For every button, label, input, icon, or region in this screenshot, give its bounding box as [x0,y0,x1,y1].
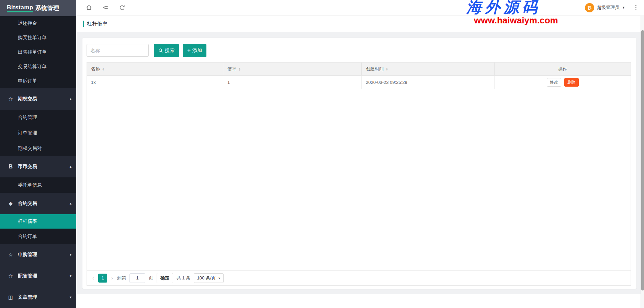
gem-icon: ◆ [7,200,14,207]
sidebar-item-label: 购买挂单订单 [18,35,47,41]
plus-icon: + [187,48,191,54]
sidebar-item-label: 币币交易 [18,164,37,170]
sidebar-item-7[interactable]: 订单管理 [0,125,76,141]
table-body: 1x12020-03-23 09:25:29修改删除 [87,76,631,89]
chevron-down-icon: ∨ [218,276,221,280]
sidebar-item-0[interactable]: 退还押金 [0,16,76,31]
sidebar: Bitstamp 系统管理 退还押金购买挂单订单出售挂单订单交易结算订单申诉订单… [0,0,76,308]
column-header-0[interactable]: 名称▲▼ [87,63,223,75]
page-size-select[interactable]: 100 条/页 ∨ [194,273,224,283]
scrollbar-thumb[interactable] [641,30,644,290]
book-icon: ◫ [7,294,14,300]
table-cell: 2020-03-23 09:25:29 [362,76,495,89]
column-header-label: 创建时间 [366,66,384,72]
add-button[interactable]: + 添加 [183,44,206,57]
chevron-down-icon: ▼ [69,274,72,278]
table-header: 名称▲▼倍率▲▼创建时间▲▼操作 [87,63,631,76]
sort-icon: ▲▼ [386,67,388,71]
edit-button[interactable]: 修改 [547,78,561,87]
title-accent-bar [83,21,84,27]
sidebar-item-section-16[interactable]: ◫文章管理▼ [0,287,76,308]
sidebar-item-label: 退还押金 [18,20,37,26]
goto-prefix-label: 到第 [117,275,126,281]
sidebar-item-1[interactable]: 购买挂单订单 [0,31,76,45]
sidebar-item-10[interactable]: 委托单信息 [0,177,76,193]
content-area: 搜索 + 添加 名称▲▼倍率▲▼创建时间▲▼操作 1x12020-03-23 0… [76,32,641,294]
brand-suffix: 系统管理 [35,4,59,12]
user-menu[interactable]: B 超级管理员 ▼ [585,3,625,12]
sidebar-item-label: 合约交易 [18,200,37,207]
app-title: Bitstamp 系统管理 [0,0,76,16]
sidebar-item-section-11[interactable]: ◆合约交易▲ [0,193,76,214]
sidebar-item-label: 配售管理 [18,273,37,279]
chevron-down-icon: ▼ [69,296,72,299]
column-header-label: 名称 [91,66,100,72]
sidebar-item-label: 订单管理 [18,130,37,136]
sidebar-item-label: 申诉订单 [18,78,37,84]
sidebar-item-label: 杠杆倍率 [18,218,37,224]
table-row: 1x12020-03-23 09:25:29修改删除 [87,76,631,89]
sidebar-item-section-9[interactable]: B币币交易▲ [0,156,76,177]
column-header-label: 倍率 [227,66,236,72]
sidebar-item-section-5[interactable]: ☆期权交易▲ [0,88,76,110]
letter-b-icon: B [7,164,14,170]
sidebar-item-6[interactable]: 合约管理 [0,110,76,125]
column-header-1[interactable]: 倍率▲▼ [223,63,362,75]
prev-page-icon[interactable]: ‹ [92,275,95,281]
sidebar-item-8[interactable]: 期权交易对 [0,141,76,156]
chevron-up-icon: ▲ [69,202,72,205]
sidebar-item-label: 出售挂单订单 [18,49,47,55]
column-header-2[interactable]: 创建时间▲▼ [362,63,495,75]
table-cell: 1 [223,76,362,89]
bitcoin-avatar-icon: B [585,3,594,12]
chevron-up-icon: ▲ [69,165,72,168]
star-icon: ☆ [7,96,14,102]
sidebar-item-12[interactable]: 杠杆倍率 [0,214,76,229]
next-page-icon[interactable]: › [111,275,114,281]
sidebar-item-section-15[interactable]: ☆配售管理▼ [0,265,76,287]
sidebar-item-label: 期权交易 [18,96,37,102]
sidebar-item-label: 合约管理 [18,114,37,121]
content-card: 搜索 + 添加 名称▲▼倍率▲▼创建时间▲▼操作 1x12020-03-23 0… [82,38,636,289]
collapse-sidebar-icon[interactable] [102,4,109,11]
data-table: 名称▲▼倍率▲▼创建时间▲▼操作 1x12020-03-23 09:25:29修… [87,62,631,286]
column-header-label: 操作 [558,66,567,72]
total-count-label: 共 1 条 [177,275,190,281]
sidebar-item-13[interactable]: 合约订单 [0,229,76,244]
search-button[interactable]: 搜索 [154,44,179,57]
sidebar-item-2[interactable]: 出售挂单订单 [0,45,76,59]
home-icon[interactable] [85,4,93,11]
sidebar-item-3[interactable]: 交易结算订单 [0,59,76,74]
pagination: ‹ 1 › 到第 页 确定 共 1 条 100 条/页 ∨ [87,270,631,285]
delete-button[interactable]: 删除 [564,78,579,87]
column-header-3: 操作 [495,63,631,75]
star-icon: ☆ [7,252,14,258]
sidebar-item-label: 合约订单 [18,233,37,240]
page-title-row: 杠杆倍率 [76,15,644,32]
user-name: 超级管理员 [597,4,619,11]
topbar: B 超级管理员 ▼ [76,0,644,15]
search-input[interactable] [87,44,149,57]
sidebar-item-label: 交易结算订单 [18,64,47,70]
brand-logo: Bitstamp [7,4,33,12]
page-title: 杠杆倍率 [87,21,108,27]
search-icon [158,48,163,53]
table-actions-cell: 修改删除 [495,76,631,89]
sidebar-item-label: 委托单信息 [18,182,42,188]
confirm-button[interactable]: 确定 [157,273,173,283]
sidebar-nav: 退还押金购买挂单订单出售挂单订单交易结算订单申诉订单☆期权交易▲合约管理订单管理… [0,16,76,308]
more-options-icon[interactable] [634,4,638,12]
page-number-button[interactable]: 1 [98,274,107,283]
goto-page-input[interactable] [129,273,145,283]
sidebar-item-4[interactable]: 申诉订单 [0,74,76,88]
goto-suffix-label: 页 [149,275,153,281]
sidebar-item-section-14[interactable]: ☆申购管理▼ [0,244,76,265]
table-cell: 1x [87,76,223,89]
page-scrollbar [641,16,644,308]
refresh-icon[interactable] [118,4,126,11]
sidebar-item-label: 申购管理 [18,252,37,258]
chevron-down-icon: ▼ [622,6,625,9]
sidebar-item-label: 文章管理 [18,294,37,300]
sort-icon: ▲▼ [238,67,241,71]
chevron-up-icon: ▲ [69,97,72,101]
